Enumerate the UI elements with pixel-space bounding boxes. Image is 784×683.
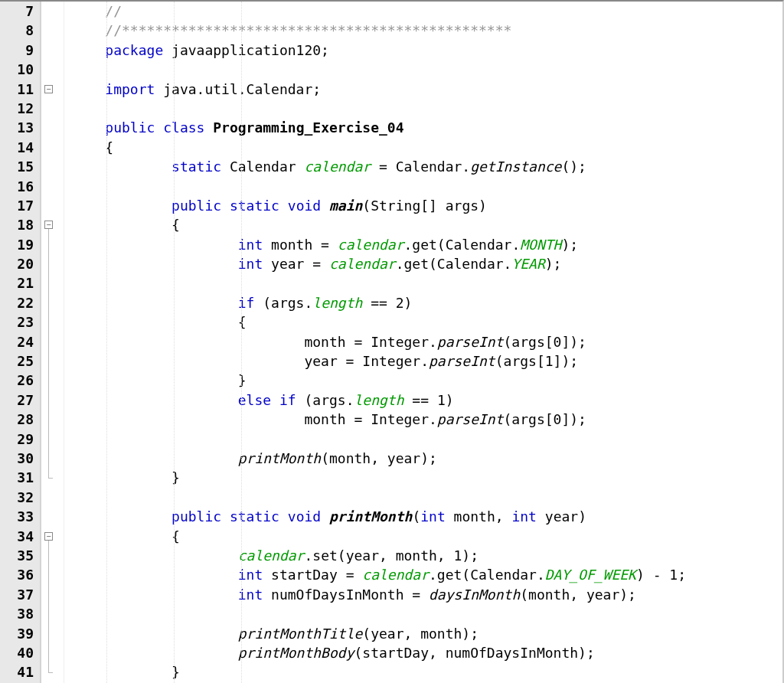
line-number[interactable]: 25	[0, 351, 34, 371]
fold-toggle-icon[interactable]: −	[44, 221, 53, 229]
code-line[interactable]: {	[72, 215, 782, 234]
line-number[interactable]: 24	[0, 332, 34, 351]
line-number[interactable]: 22	[0, 293, 34, 312]
fold-column[interactable]: −−−	[41, 2, 64, 683]
code-line[interactable]: }	[72, 371, 782, 390]
code-line[interactable]: int startDay = calendar.get(Calendar.DAY…	[72, 565, 782, 584]
code-line[interactable]: printMonthBody(startDay, numOfDaysInMont…	[72, 643, 782, 662]
line-number[interactable]: 38	[0, 604, 34, 623]
code-area[interactable]: // //***********************************…	[64, 2, 782, 683]
code-line[interactable]: }	[72, 468, 782, 487]
line-number[interactable]: 30	[0, 449, 34, 468]
line-number[interactable]: 10	[0, 60, 34, 79]
line-number[interactable]: 11	[0, 80, 34, 99]
line-number[interactable]: 19	[0, 235, 34, 254]
code-line[interactable]: import java.util.Calendar;	[72, 80, 782, 99]
line-number-gutter[interactable]: 7891011121314151617181920212223242526272…	[0, 2, 41, 683]
line-number[interactable]: 18	[0, 215, 34, 234]
code-line[interactable]: year = Integer.parseInt(args[1]);	[72, 351, 782, 371]
code-line[interactable]: {	[72, 312, 782, 332]
code-line[interactable]	[72, 488, 782, 507]
code-line[interactable]: public static void printMonth(int month,…	[72, 507, 782, 526]
code-line[interactable]: month = Integer.parseInt(args[0]);	[72, 332, 782, 351]
line-number[interactable]: 14	[0, 138, 34, 157]
fold-toggle-icon[interactable]: −	[44, 85, 53, 93]
line-number[interactable]: 23	[0, 312, 34, 332]
line-number[interactable]: 7	[0, 2, 34, 21]
line-number[interactable]: 15	[0, 157, 34, 176]
code-line[interactable]: calendar.set(year, month, 1);	[72, 546, 782, 565]
line-number[interactable]: 29	[0, 430, 34, 449]
code-line[interactable]: //**************************************…	[72, 21, 782, 40]
code-line[interactable]: {	[72, 527, 782, 546]
line-number[interactable]: 27	[0, 391, 34, 410]
code-line[interactable]: else if (args.length == 1)	[72, 391, 782, 410]
line-number[interactable]: 34	[0, 527, 34, 546]
line-number[interactable]: 9	[0, 41, 34, 60]
code-line[interactable]: month = Integer.parseInt(args[0]);	[72, 410, 782, 429]
code-line[interactable]: if (args.length == 2)	[72, 293, 782, 312]
line-number[interactable]: 39	[0, 624, 34, 643]
line-number[interactable]: 41	[0, 662, 34, 681]
code-line[interactable]: public class Programming_Exercise_04	[72, 118, 782, 137]
code-line[interactable]	[72, 99, 782, 118]
fold-guide	[48, 229, 49, 477]
fold-end-icon	[48, 672, 53, 673]
code-editor: 7891011121314151617181920212223242526272…	[0, 0, 784, 683]
code-line[interactable]	[72, 273, 782, 292]
fold-end-icon	[48, 478, 53, 479]
line-number[interactable]: 8	[0, 21, 34, 40]
code-line[interactable]: int numOfDaysInMonth = daysInMonth(month…	[72, 585, 782, 604]
indent-guide	[241, 2, 242, 683]
line-number[interactable]: 31	[0, 468, 34, 487]
indent-guide	[106, 2, 107, 683]
code-line[interactable]: printMonth(month, year);	[72, 449, 782, 468]
code-line[interactable]	[72, 177, 782, 196]
line-number[interactable]: 33	[0, 507, 34, 526]
line-number[interactable]: 21	[0, 273, 34, 292]
line-number[interactable]: 36	[0, 565, 34, 584]
line-number[interactable]: 35	[0, 546, 34, 565]
line-number[interactable]: 17	[0, 196, 34, 215]
code-line[interactable]: {	[72, 138, 782, 157]
fold-toggle-icon[interactable]: −	[44, 532, 53, 541]
line-number[interactable]: 16	[0, 177, 34, 196]
code-line[interactable]: int year = calendar.get(Calendar.YEAR);	[72, 254, 782, 273]
code-line[interactable]: printMonthTitle(year, month);	[72, 624, 782, 643]
fold-guide	[48, 541, 49, 672]
code-line[interactable]	[72, 60, 782, 79]
line-number[interactable]: 37	[0, 585, 34, 604]
code-line[interactable]	[72, 430, 782, 449]
code-line[interactable]: }	[72, 662, 782, 681]
code-line[interactable]: package javaapplication120;	[72, 41, 782, 60]
code-line[interactable]: static Calendar calendar = Calendar.getI…	[72, 157, 782, 176]
line-number[interactable]: 13	[0, 118, 34, 137]
line-number[interactable]: 40	[0, 643, 34, 662]
line-number[interactable]: 20	[0, 254, 34, 273]
line-number[interactable]: 26	[0, 371, 34, 390]
line-number[interactable]: 12	[0, 99, 34, 118]
indent-guide	[174, 2, 175, 683]
code-line[interactable]	[72, 604, 782, 623]
code-line[interactable]: public static void main(String[] args)	[72, 196, 782, 215]
line-number[interactable]: 32	[0, 488, 34, 507]
code-line[interactable]: int month = calendar.get(Calendar.MONTH)…	[72, 235, 782, 254]
line-number[interactable]: 28	[0, 410, 34, 429]
code-line[interactable]: //	[72, 2, 782, 21]
